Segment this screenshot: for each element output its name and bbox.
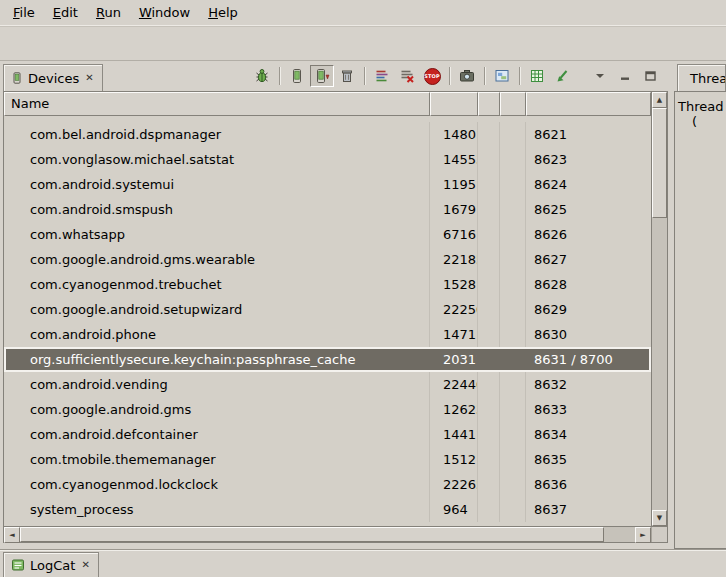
table-row[interactable]: com.google.android.gms.wearable221858627: [4, 247, 651, 272]
table-row[interactable]: com.android.phone14718630: [4, 322, 651, 347]
empty-cell: [478, 197, 500, 222]
start-method-profiling-icon[interactable]: [395, 65, 419, 87]
table-row[interactable]: system_process9648637: [4, 497, 651, 522]
table-row[interactable]: com.google.android.gms126238633: [4, 397, 651, 422]
toolbar-separator: [279, 67, 280, 85]
table-row[interactable]: com.android.systemui11958624: [4, 172, 651, 197]
process-port: 8623: [526, 147, 651, 172]
maximize-icon[interactable]: [638, 65, 662, 87]
process-name: com.android.defcontainer: [4, 422, 430, 447]
empty-cell: [478, 172, 500, 197]
empty-cell: [500, 297, 526, 322]
empty-cell: [500, 122, 526, 147]
process-pid: 22440: [430, 372, 478, 397]
vertical-scrollbar[interactable]: ▲ ▼: [651, 92, 667, 526]
debug-icon[interactable]: [250, 65, 274, 87]
scroll-left-icon[interactable]: ◄: [4, 527, 20, 543]
empty-cell: [500, 172, 526, 197]
table-row[interactable]: com.vonglasow.michael.satstat145538623: [4, 147, 651, 172]
minimize-icon[interactable]: [613, 65, 637, 87]
tab-devices[interactable]: Devices ✕: [3, 64, 103, 91]
process-port: 8627: [526, 247, 651, 272]
process-name: com.bel.android.dspmanager: [4, 122, 430, 147]
empty-cell: [500, 422, 526, 447]
table-row[interactable]: com.android.defcontainer144118634: [4, 422, 651, 447]
process-pid: 1195: [430, 172, 478, 197]
column-header-3[interactable]: [500, 92, 526, 116]
tab-threads[interactable]: Threads: [677, 64, 726, 91]
screen-capture-icon[interactable]: [455, 65, 479, 87]
tab-threads-label: Threads: [690, 71, 726, 86]
column-header-name[interactable]: Name: [4, 92, 430, 116]
empty-cell: [478, 297, 500, 322]
dump-hprof-icon[interactable]: [310, 65, 334, 87]
process-port: 8625: [526, 197, 651, 222]
view-hierarchy-icon[interactable]: [490, 65, 514, 87]
empty-cell: [500, 222, 526, 247]
menu-window[interactable]: Window: [130, 2, 199, 24]
systrace-icon[interactable]: [525, 65, 549, 87]
tab-devices-label: Devices: [28, 71, 79, 86]
horizontal-scroll-track[interactable]: [604, 527, 635, 542]
menubar: FileEditRunWindowHelp: [0, 0, 726, 26]
process-name: com.google.android.gms: [4, 397, 430, 422]
process-port: 8635: [526, 447, 651, 472]
table-row[interactable]: com.whatsapp67168626: [4, 222, 651, 247]
process-name: com.tmobile.thememanager: [4, 447, 430, 472]
table-row[interactable]: com.tmobile.thememanager15128635: [4, 447, 651, 472]
menu-run[interactable]: Run: [87, 2, 130, 24]
scrollbar-corner: [651, 527, 667, 542]
table-row[interactable]: org.sufficientlysecure.keychain:passphra…: [4, 347, 651, 372]
empty-cell: [500, 197, 526, 222]
scroll-right-icon[interactable]: ►: [635, 527, 651, 543]
scroll-up-icon[interactable]: ▲: [652, 92, 667, 108]
empty-cell: [500, 472, 526, 497]
empty-cell: [478, 447, 500, 472]
process-pid: 22185: [430, 247, 478, 272]
view-menu-icon[interactable]: [588, 65, 612, 87]
table-row[interactable]: com.android.smspush16798625: [4, 197, 651, 222]
update-heap-icon[interactable]: [285, 65, 309, 87]
threads-message-line2: (: [675, 114, 726, 129]
table-row[interactable]: com.google.android.setupwizard222508629: [4, 297, 651, 322]
table-row[interactable]: com.cyanogenmod.lockclock222658636: [4, 472, 651, 497]
horizontal-scrollbar[interactable]: ◄ ►: [4, 526, 667, 542]
threads-tabrow: Threads: [674, 61, 726, 91]
toolbar-separator: [484, 67, 485, 85]
process-port: 8636: [526, 472, 651, 497]
process-name: com.google.android.setupwizard: [4, 297, 430, 322]
menu-edit[interactable]: Edit: [44, 2, 87, 24]
column-header-2[interactable]: [478, 92, 500, 116]
table-row[interactable]: com.android.vending224408632: [4, 372, 651, 397]
main-area: Devices ✕: [0, 61, 726, 549]
update-threads-icon[interactable]: [370, 65, 394, 87]
column-header-4[interactable]: [526, 92, 651, 116]
devices-toolbar: STOP: [250, 65, 668, 91]
close-icon[interactable]: ✕: [80, 560, 90, 570]
toolbar-separator: [519, 67, 520, 85]
table-row[interactable]: com.cyanogenmod.trebuchet15288628: [4, 272, 651, 297]
empty-cell: [478, 372, 500, 397]
menu-help[interactable]: Help: [199, 2, 247, 24]
horizontal-scroll-thumb[interactable]: [20, 527, 604, 542]
stop-process-icon[interactable]: STOP: [420, 65, 444, 87]
empty-cell: [500, 272, 526, 297]
process-pid: 12623: [430, 397, 478, 422]
process-pid: 1471: [430, 322, 478, 347]
cause-gc-icon[interactable]: [335, 65, 359, 87]
vertical-scroll-track[interactable]: [652, 218, 667, 510]
device-icon: [11, 72, 23, 84]
process-name: com.android.smspush: [4, 197, 430, 222]
column-header-1[interactable]: [430, 92, 478, 116]
opengl-trace-icon[interactable]: [550, 65, 574, 87]
tab-logcat[interactable]: LogCat ✕: [3, 552, 99, 577]
process-name: com.whatsapp: [4, 222, 430, 247]
menu-file[interactable]: File: [4, 2, 44, 24]
toolbar-separator: [364, 67, 365, 85]
process-pid: 1528: [430, 272, 478, 297]
scroll-down-icon[interactable]: ▼: [652, 510, 667, 526]
device-table: Name com.bel.android.dspmanager14808621c…: [4, 92, 667, 526]
table-row[interactable]: com.bel.android.dspmanager14808621: [4, 122, 651, 147]
close-icon[interactable]: ✕: [84, 73, 94, 83]
vertical-scroll-thumb[interactable]: [652, 108, 667, 218]
